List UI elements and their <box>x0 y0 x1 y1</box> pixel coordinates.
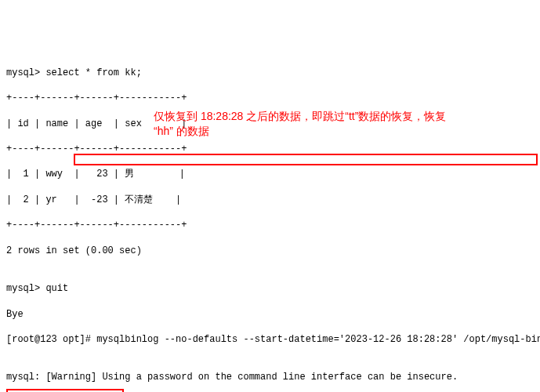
highlight-box-command <box>74 154 538 165</box>
bye-message: Bye <box>6 308 534 321</box>
highlight-box-row <box>6 389 124 392</box>
terminal-output: mysql> select * from kk; +----+------+--… <box>6 54 534 392</box>
annotation-text: 仅恢复到 18:28:28 之后的数据，即跳过“tt”数据的恢复，恢复 “hh”… <box>154 109 530 139</box>
sql-query: mysql> select * from kk; <box>6 67 534 79</box>
table-row: | 2 | yr | -23 | 不清楚 | <box>6 194 534 206</box>
mysqlbinlog-command: mysqlbinlog --no-defaults --start-dateti… <box>96 334 540 345</box>
table-row: | 1 | wwy | 23 | 男 | <box>6 168 534 180</box>
shell-prompt: [root@123 opt]# <box>6 334 96 345</box>
row-count: 2 rows in set (0.00 sec) <box>6 245 534 257</box>
table-border: +----+------+------+-----------+ <box>6 92 534 104</box>
quit-command: mysql> quit <box>6 282 534 295</box>
warning-message: mysql: [Warning] Using a password on the… <box>6 371 534 383</box>
table-border: +----+------+------+-----------+ <box>6 219 534 231</box>
shell-line: [root@123 opt]# mysqlbinlog --no-default… <box>6 333 534 346</box>
